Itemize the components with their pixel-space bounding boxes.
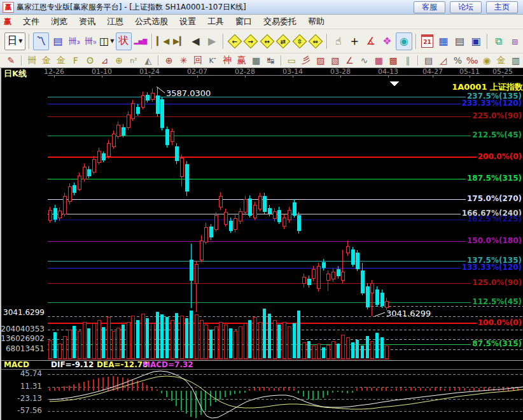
trend-line-icon[interactable]: ∠ xyxy=(343,55,356,66)
transfer-icon[interactable]: ⧈ xyxy=(507,33,522,50)
percent-lines-icon[interactable]: ‰ xyxy=(466,55,479,66)
candle-style-button-glyph: ◫ xyxy=(99,35,109,47)
smart-analysis-icon[interactable]: ◉ xyxy=(396,32,412,50)
next-page-icon[interactable]: ▶ xyxy=(204,33,220,50)
date-label: 05-25 xyxy=(489,67,517,76)
app-logo-icon: 赢 xyxy=(3,2,14,13)
grid-fine-icon-glyph: ▦ xyxy=(375,55,383,66)
menu-item-工具[interactable]: 工具 xyxy=(202,15,229,29)
box-circle-icon[interactable]: 回 xyxy=(192,55,205,66)
grid-fine2-icon[interactable]: ▩ xyxy=(387,55,400,66)
zoom-all-icon: ⇔ xyxy=(309,34,323,48)
price-scale-icon[interactable]: ▤ xyxy=(422,55,435,66)
toolbar-separator xyxy=(326,34,328,49)
pencil-tool-icon[interactable]: ✎ xyxy=(4,55,18,66)
crosshair-tool-icon[interactable]: ＋ xyxy=(347,33,363,50)
grid-fine-icon[interactable]: ▦ xyxy=(372,55,386,66)
expand-h-icon[interactable]: ↔ xyxy=(260,33,275,50)
date-label: 05-11 xyxy=(456,67,484,76)
calculator-icon[interactable]: ▦ xyxy=(436,33,451,50)
gann-shape-icon[interactable]: ❖ xyxy=(380,33,395,50)
forum-button[interactable]: 论坛 xyxy=(450,1,482,13)
circle-gold-icon[interactable]: ◉ xyxy=(480,55,494,66)
smart-analysis-icon-glyph: ◉ xyxy=(400,35,408,47)
compass-icon[interactable]: ⊕ xyxy=(162,55,176,66)
menu-item-设置[interactable]: 设置 xyxy=(174,15,201,29)
angle-tool-icon[interactable]: ∡ xyxy=(363,33,379,50)
menu-item-帮助[interactable]: 帮助 xyxy=(303,15,330,29)
online-data-icon[interactable]: ⧉ xyxy=(491,33,506,50)
color-volume-icon-glyph: ▂▅▇ xyxy=(134,38,147,45)
first-page-icon[interactable]: ▎◀ xyxy=(156,33,171,50)
hand-tool-icon[interactable]: ☝ xyxy=(331,33,346,50)
menu-item-窗口[interactable]: 窗口 xyxy=(230,15,257,29)
last-page-icon[interactable]: ▶▎ xyxy=(172,33,187,50)
grid-125-icon[interactable]: ▦ xyxy=(249,55,263,66)
notes-icon[interactable]: ▤ xyxy=(452,33,468,50)
zoom-out-all-icon[interactable]: ⇳ xyxy=(292,33,307,50)
candle-style-button[interactable]: ◫▼ xyxy=(99,33,115,50)
min3-chart-icon[interactable]: 卌₃ xyxy=(67,33,82,50)
winner-logo-icon-glyph: 〽 xyxy=(36,35,46,47)
info-list-icon[interactable]: ▤ xyxy=(50,33,66,50)
fan-lines-icon[interactable]: 彡 xyxy=(300,55,313,66)
shift-left-icon[interactable]: ← xyxy=(227,33,242,50)
save-icon[interactable]: ▣ xyxy=(468,33,484,50)
homepage-button[interactable]: 主页 xyxy=(486,1,518,13)
compress-h-icon: ⇄ xyxy=(276,34,291,48)
tall-grid-icon[interactable]: ▥ xyxy=(509,55,522,66)
h-measure-icon[interactable]: ↹ xyxy=(264,55,277,66)
box-fan-icon[interactable]: ▨ xyxy=(314,55,328,66)
online-data-icon-glyph: ⧉ xyxy=(495,35,502,47)
toolbar-separator xyxy=(281,55,282,66)
gann-level-label: 187.5%(315) xyxy=(467,174,522,183)
zoom-all-icon[interactable]: ⇔ xyxy=(309,33,324,50)
calendar-icon[interactable]: 21 xyxy=(420,33,435,50)
zigzag-icon[interactable]: ∿ xyxy=(358,55,371,66)
gold-grid-icon[interactable]: 金 xyxy=(40,55,53,66)
n2-grid-icon[interactable]: n² xyxy=(127,55,141,66)
fan-lines-icon-glyph: 彡 xyxy=(302,55,310,66)
menu-item-公式选股[interactable]: 公式选股 xyxy=(130,15,173,29)
date-label: 01-10 xyxy=(88,67,116,76)
percent-icon[interactable]: % xyxy=(451,55,464,66)
star-circle-icon[interactable]: ✳ xyxy=(177,55,190,66)
compress-h-icon[interactable]: ⇄ xyxy=(275,33,291,50)
percent-angle-icon[interactable]: ◿ xyxy=(436,55,450,66)
save-icon-glyph: ▣ xyxy=(471,35,481,47)
zhuang-analysis-icon[interactable]: 状 xyxy=(116,32,132,50)
f-grid-icon[interactable]: F xyxy=(69,55,82,66)
zoom-out-all-icon: ⇳ xyxy=(292,34,307,48)
k-line-tool-icon[interactable]: K″ xyxy=(206,55,220,66)
rect-tool-icon[interactable]: ▭ xyxy=(285,55,298,66)
circle-tool-icon[interactable]: ⊕ xyxy=(113,55,126,66)
prev-page-icon[interactable]: ◀ xyxy=(188,33,204,50)
menu-item-浏览[interactable]: 浏览 xyxy=(46,15,73,29)
mirror-tool-icon[interactable]: ◭ xyxy=(141,55,155,66)
gann-grid-icon[interactable]: 卌 xyxy=(25,55,39,66)
angle-draw-icon[interactable]: ⊿ xyxy=(98,55,111,66)
gold-grid2-icon[interactable]: 金 xyxy=(54,55,67,66)
pencil-tool-icon-glyph: ✎ xyxy=(8,55,15,66)
menu-item-交易委托[interactable]: 交易委托 xyxy=(258,15,302,29)
period-day-button[interactable]: 日▼ xyxy=(4,32,25,50)
parallel-icon[interactable]: ∥ xyxy=(401,55,414,66)
h-measure-icon-glyph: ↹ xyxy=(267,55,275,66)
spiral-tool-icon[interactable]: ʘ xyxy=(83,55,97,66)
gold-grid2-icon-glyph: 金 xyxy=(57,55,66,66)
gann-level-label: 200.0%(0) xyxy=(478,152,522,161)
box-diag-icon[interactable]: ▧ xyxy=(328,55,342,66)
gold-lines-icon[interactable]: 金 xyxy=(494,55,508,66)
menu-item-资讯[interactable]: 资讯 xyxy=(74,15,101,29)
shen-icon[interactable]: 神 xyxy=(221,55,234,66)
min9-chart-icon[interactable]: 卌₉ xyxy=(83,33,98,50)
winner-logo-icon[interactable]: 〽 xyxy=(33,32,50,50)
customer-service-button[interactable]: 客服 xyxy=(414,1,445,13)
gann-level-label: 133.33%(120) xyxy=(462,263,522,272)
win-icon[interactable]: 赢 xyxy=(235,55,248,66)
shift-right-icon[interactable]: → xyxy=(243,33,258,50)
menu-item-文件[interactable]: 文件 xyxy=(18,15,45,29)
macd-indicator-label[interactable]: MACD xyxy=(4,360,29,369)
color-volume-icon[interactable]: ▂▅▇ xyxy=(133,33,148,50)
menu-item-江恩[interactable]: 江恩 xyxy=(102,15,129,29)
